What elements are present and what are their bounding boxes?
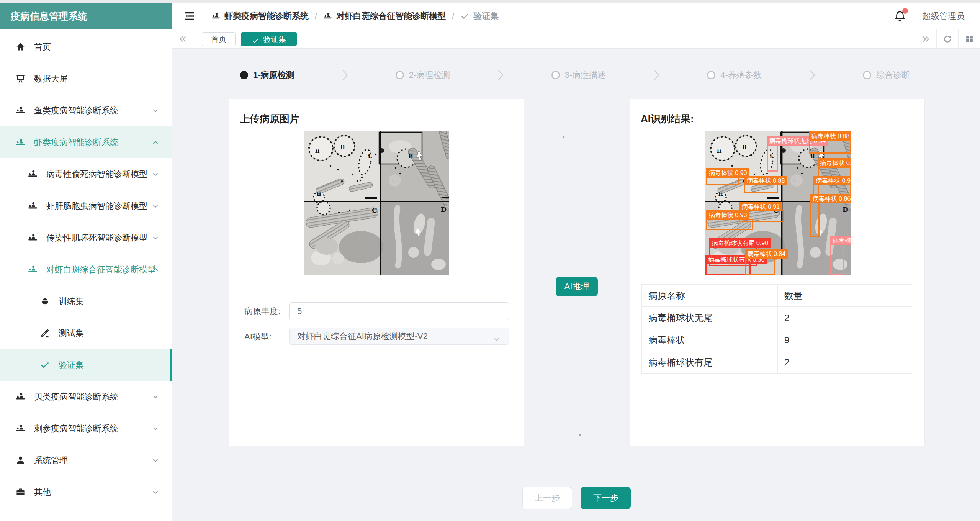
detection-box-0: 病毒椭球状无尾 0.94 <box>767 144 778 172</box>
detection-box-5: 病毒棒状 0.88 <box>744 184 778 193</box>
step-3[interactable]: 3-病症描述 <box>551 69 606 81</box>
sidebar-item-label: 对虾白斑综合征智能诊断模型 <box>46 264 156 275</box>
upload-image-card: 上传病原图片 病原丰度: 5 AI模型: 对虾白斑综合征AI病原检测模型-V2 <box>229 99 524 446</box>
ai-model-select[interactable]: 对虾白斑综合征AI病原检测模型-V2 <box>289 328 509 345</box>
col-header-name: 病原名称 <box>642 285 778 307</box>
detection-label: 病毒棒状 0.88 <box>818 158 851 168</box>
annotated-image: 病毒椭球状无尾 0.94病毒椭球状无尾 0.90病毒棒状 0.88病毒棒状 0.… <box>705 131 851 275</box>
sidebar-item-6[interactable]: 传染性肌坏死智能诊断模型 <box>0 222 172 254</box>
sidebar-item-label: 虾类疫病智能诊断系统 <box>34 137 118 148</box>
sidebar-item-12[interactable]: 刺参疫病智能诊断系统 <box>0 413 172 444</box>
step-circle <box>396 71 404 79</box>
step-1[interactable]: 1-病原检测 <box>240 69 294 81</box>
refresh-icon[interactable] <box>936 29 958 48</box>
diagnosis-icon <box>15 392 26 402</box>
sidebar-item-label: 训练集 <box>59 296 84 307</box>
table-row-1: 病毒棒状9 <box>642 329 912 351</box>
chevron-down-icon <box>151 106 160 115</box>
sidebar-item-label: 刺参疫病智能诊断系统 <box>34 423 118 434</box>
pathogen-image <box>304 131 449 275</box>
sidebar-item-label: 贝类疫病智能诊断系统 <box>34 391 118 403</box>
breadcrumb-item-2: 验证集 <box>460 10 499 22</box>
notification-bell-icon[interactable] <box>893 10 906 23</box>
sidebar-item-7[interactable]: 对虾白斑综合征智能诊断模型 <box>0 254 172 285</box>
chevron-down-icon <box>151 456 160 465</box>
detection-label: 病毒棒状 0.91 <box>813 176 851 185</box>
step-4[interactable]: 4-养殖参数 <box>707 69 762 81</box>
stray-dot <box>563 136 564 138</box>
abundance-input[interactable]: 5 <box>289 302 509 320</box>
table-row-2: 病毒椭球状有尾2 <box>642 351 912 374</box>
pathogen-name: 病毒棒状 <box>642 329 778 351</box>
detection-label: 病毒棒状 0.84 <box>745 249 789 259</box>
ai-inference-button[interactable]: AI推理 <box>556 277 598 296</box>
tab-1[interactable]: 验证集 <box>241 32 297 46</box>
open-tabs: 首页验证集 <box>194 29 915 48</box>
detection-label: 病毒椭球状无尾 0.88 <box>830 236 851 245</box>
sidebar-item-1[interactable]: 数据大屏 <box>0 63 172 95</box>
briefcase-icon <box>15 487 26 497</box>
chevron-down-icon <box>151 202 160 210</box>
sidebar-item-8[interactable]: 训练集 <box>0 285 172 317</box>
sidebar-item-label: 病毒性偷死病智能诊断模型 <box>46 169 147 180</box>
sidebar-item-4[interactable]: 病毒性偷死病智能诊断模型 <box>0 158 172 190</box>
sidebar-item-14[interactable]: 其他 <box>0 476 172 508</box>
detection-box-12: 病毒棒状 0.84 <box>745 257 775 275</box>
sidebar: 疫病信息管理系统 首页数据大屏鱼类疫病智能诊断系统虾类疫病智能诊断系统病毒性偷死… <box>0 3 172 521</box>
chevron-down-icon <box>151 424 160 433</box>
layout-grid-icon[interactable] <box>958 29 980 48</box>
step-label: 综合诊断 <box>876 69 910 81</box>
breadcrumb-separator: / <box>452 11 454 21</box>
sidebar-item-9[interactable]: 测试集 <box>0 317 172 349</box>
step-circle <box>240 71 248 79</box>
sidebar-item-11[interactable]: 贝类疫病智能诊断系统 <box>0 381 172 413</box>
menu-fold-icon[interactable] <box>184 10 195 22</box>
sidebar-item-13[interactable]: 系统管理 <box>0 444 172 476</box>
sidebar-item-label: 测试集 <box>59 328 84 339</box>
sidebar-item-label: 系统管理 <box>34 455 68 466</box>
detection-label: 病毒椭球状有尾 0.90 <box>709 238 771 248</box>
chevron-down-icon <box>492 332 501 341</box>
sidebar-item-2[interactable]: 鱼类疫病智能诊断系统 <box>0 95 172 126</box>
diagnosis-icon <box>15 137 26 147</box>
sidebar-item-label: 数据大屏 <box>34 73 68 85</box>
step-label: 4-养殖参数 <box>720 69 762 81</box>
chevron-down-icon <box>151 393 160 401</box>
sidebar-item-0[interactable]: 首页 <box>0 31 172 63</box>
chevron-up-icon <box>151 265 160 274</box>
sidebar-item-label: 其他 <box>34 487 51 498</box>
sidebar-item-label: 虾肝肠胞虫病智能诊断模型 <box>46 200 147 212</box>
chevron-down-icon <box>151 234 160 242</box>
step-2[interactable]: 2-病理检测 <box>396 69 450 81</box>
current-user[interactable]: 超级管理员 <box>923 10 965 22</box>
sidebar-item-3[interactable]: 虾类疫病智能诊断系统 <box>0 126 172 158</box>
sidebar-item-label: 鱼类疫病智能诊断系统 <box>34 105 118 116</box>
breadcrumb-item-1[interactable]: 对虾白斑综合征智能诊断模型 <box>323 10 446 22</box>
chevron-down-icon <box>151 488 160 496</box>
pencil-icon <box>40 328 50 338</box>
sidebar-item-label: 传染性肌坏死智能诊断模型 <box>46 232 147 244</box>
diagnosis-icon <box>15 423 26 434</box>
previous-step-button[interactable]: 上一步 <box>522 487 572 509</box>
ai-model-selected-value: 对虾白斑综合征AI病原检测模型-V2 <box>297 328 428 345</box>
abundance-label: 病原丰度: <box>244 302 280 320</box>
next-step-button[interactable]: 下一步 <box>581 487 631 509</box>
sidebar-item-5[interactable]: 虾肝肠胞虫病智能诊断模型 <box>0 190 172 222</box>
user-icon <box>15 455 26 465</box>
android-icon <box>40 296 50 306</box>
diagnosis-icon <box>211 11 221 21</box>
window-top-strip <box>0 0 980 3</box>
check-icon <box>40 360 50 370</box>
detection-label: 病毒棒状 0.91 <box>739 202 782 211</box>
main-content: 1-病原检测2-病理检测3-病症描述4-养殖参数综合诊断 上传病原图片 病原丰度… <box>172 49 980 521</box>
diagnosis-icon <box>28 264 38 275</box>
table-header-row: 病原名称数量 <box>642 285 912 307</box>
check-icon <box>460 11 470 21</box>
tabs-scroll-left-icon[interactable] <box>172 29 194 48</box>
sidebar-item-10[interactable]: 验证集 <box>0 349 172 381</box>
tab-0[interactable]: 首页 <box>202 32 236 46</box>
step-5[interactable]: 综合诊断 <box>863 69 910 81</box>
home-icon <box>15 42 26 52</box>
breadcrumb-item-0[interactable]: 虾类疫病智能诊断系统 <box>211 10 309 22</box>
tabs-scroll-right-icon[interactable] <box>915 29 936 48</box>
